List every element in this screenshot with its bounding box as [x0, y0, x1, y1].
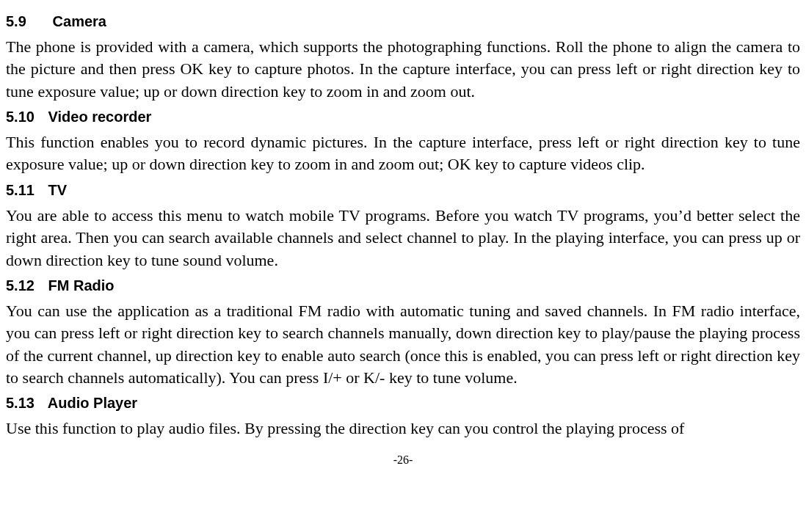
section-body-video-recorder: This function enables you to record dyna… [6, 131, 800, 176]
section-number: 5.10 [6, 109, 44, 125]
section-number: 5.11 [6, 182, 44, 199]
section-heading-tv: 5.11 TV [6, 182, 800, 199]
section-title: Audio Player [48, 395, 137, 411]
section-title: Camera [53, 13, 106, 29]
section-number: 5.13 [6, 395, 44, 412]
section-title: Video recorder [48, 109, 152, 125]
section-heading-video-recorder: 5.10 Video recorder [6, 109, 800, 125]
section-body-audio-player: Use this function to play audio files. B… [6, 418, 800, 440]
section-body-camera: The phone is provided with a camera, whi… [6, 36, 800, 103]
section-number: 5.12 [6, 277, 44, 294]
section-body-fm-radio: You can use the application as a traditi… [6, 300, 800, 389]
section-heading-fm-radio: 5.12 FM Radio [6, 277, 800, 294]
section-body-tv: You are able to access this menu to watc… [6, 205, 800, 272]
section-heading-audio-player: 5.13 Audio Player [6, 395, 800, 412]
page-number: -26- [6, 453, 800, 467]
section-heading-camera: 5.9 Camera [6, 13, 800, 30]
section-number: 5.9 [6, 13, 48, 30]
section-title: TV [48, 182, 68, 198]
section-title: FM Radio [48, 277, 115, 294]
